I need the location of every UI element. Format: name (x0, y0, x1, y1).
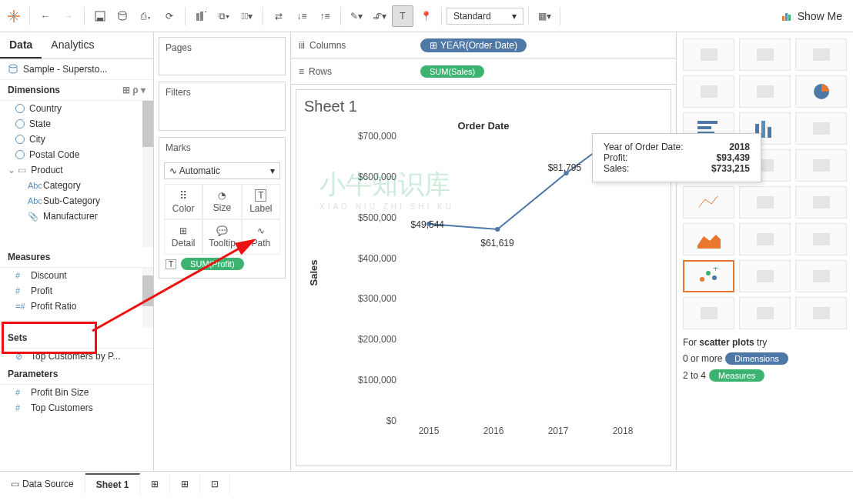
chart-type-pie[interactable] (795, 75, 847, 108)
new-datasource-button[interactable] (112, 5, 134, 27)
svg-rect-45 (757, 307, 774, 319)
chart-type-bullet[interactable] (739, 297, 791, 329)
new-worksheet-button[interactable]: + (190, 5, 212, 27)
svg-point-6 (119, 12, 126, 15)
scrollbar-thumb[interactable] (142, 101, 153, 147)
duplicate-button[interactable]: ⧉▾ (213, 5, 235, 27)
marks-color[interactable]: ⠿Color (164, 184, 202, 219)
fit-dropdown[interactable]: Standard▾ (447, 8, 524, 25)
svg-point-38 (700, 277, 704, 282)
chart-type-side-bar[interactable] (795, 112, 847, 145)
field-param-bin[interactable]: #Profit Bin Size (0, 385, 153, 400)
tab-data[interactable]: Data (0, 32, 42, 58)
marks-tooltip[interactable]: 💬Tooltip (202, 219, 241, 255)
chart-type-map2[interactable] (739, 75, 791, 108)
tab-sheet-1[interactable]: Sheet 1 (85, 473, 141, 495)
sets-header: Sets (8, 332, 27, 343)
tab-analytics[interactable]: Analytics (42, 32, 103, 58)
chart-type-area1[interactable] (683, 223, 734, 255)
tooltip-icon: 💬 (216, 225, 228, 236)
chart-type-box[interactable] (795, 260, 847, 292)
sheet-title[interactable]: Sheet 1 (304, 98, 663, 115)
sort-desc-button[interactable]: ↑≡ (314, 5, 336, 27)
chart-type-packed[interactable] (795, 297, 847, 329)
new-story-button[interactable]: ⊡ (200, 474, 230, 494)
columns-pill[interactable]: ⊞YEAR(Order Date) (420, 38, 527, 52)
chart-type-table[interactable] (683, 38, 734, 71)
field-manufacturer[interactable]: 📎Manufacturer (0, 209, 153, 224)
marks-size[interactable]: ◔Size (202, 184, 241, 219)
show-me-label: Show Me (798, 10, 842, 22)
chart-type-hbar2[interactable] (795, 149, 847, 182)
chart-type-heat[interactable] (739, 38, 791, 71)
sort-asc-button[interactable]: ↓≡ (291, 5, 313, 27)
field-profit[interactable]: #Profit (0, 283, 153, 299)
svg-rect-36 (757, 233, 774, 245)
autosave-button[interactable]: ⎙▾ (135, 5, 157, 27)
cards-pane: Pages Filters Marks ∿ Automatic▾ ⠿Color … (154, 32, 291, 471)
swap-button[interactable]: ⇄ (268, 5, 289, 27)
chart-type-histogram[interactable] (739, 260, 791, 292)
y-tick: $400,000 (335, 253, 396, 264)
path-icon: ∿ (257, 225, 265, 236)
highlight-button[interactable]: ✎▾ (346, 5, 367, 27)
scrollbar-thumb[interactable] (142, 275, 153, 306)
field-product[interactable]: ⌄ ▭Product (0, 162, 153, 178)
tab-data-source[interactable]: ▭ Data Source (0, 474, 85, 494)
number-icon: # (15, 286, 26, 295)
measures-list: #Discount #Profit =#Profit Ratio (0, 268, 153, 328)
columns-shelf[interactable]: ⊞YEAR(Order Date) (414, 38, 676, 52)
field-profit-ratio[interactable]: =#Profit Ratio (0, 299, 153, 314)
y-tick: $600,000 (335, 172, 396, 182)
field-param-top[interactable]: #Top Customers (0, 400, 153, 416)
field-top-customers-set[interactable]: ⊘Top Customers by P... (0, 349, 153, 364)
mark-type-dropdown[interactable]: ∿ Automatic▾ (164, 162, 280, 179)
abc-icon: Abc (28, 196, 38, 205)
save-button[interactable] (89, 5, 111, 27)
clear-button[interactable]: �⃠▾ (236, 5, 258, 27)
field-sub-category[interactable]: AbcSub-Category (0, 193, 153, 209)
pages-card[interactable]: Pages (159, 38, 285, 58)
show-me-button[interactable]: Show Me (774, 7, 850, 25)
cards-button[interactable]: ▦▾ (534, 5, 555, 27)
rows-pill[interactable]: SUM(Sales) (420, 65, 484, 78)
marks-card-title: Marks (159, 138, 285, 158)
rows-shelf[interactable]: SUM(Sales) (414, 65, 676, 78)
chart-type-line2[interactable] (739, 186, 791, 219)
new-dashboard-button[interactable]: ⊞ (170, 474, 200, 494)
field-category[interactable]: AbcCategory (0, 178, 153, 193)
refresh-button[interactable]: ⟳ (159, 5, 180, 27)
svg-rect-11 (785, 13, 788, 21)
field-state[interactable]: State (0, 116, 153, 132)
svg-rect-34 (757, 196, 774, 209)
chart-type-map1[interactable] (683, 75, 734, 108)
filters-card[interactable]: Filters (159, 82, 285, 102)
datasource-row[interactable]: Sample - Supersto... (0, 59, 153, 80)
field-city[interactable]: City (0, 132, 153, 147)
forward-button[interactable]: → (58, 5, 79, 27)
pin-button[interactable]: 📍 (415, 5, 437, 27)
marks-label-pill[interactable]: SUM(Profit) (181, 258, 243, 270)
field-discount[interactable]: #Discount (0, 268, 153, 283)
field-postal-code[interactable]: Postal Code (0, 147, 153, 162)
chart-type-scatter[interactable]: + (683, 260, 734, 292)
svg-rect-35 (813, 196, 830, 209)
field-country[interactable]: Country (0, 101, 153, 116)
marks-label[interactable]: TLabel (242, 184, 280, 219)
viz-canvas[interactable]: Sheet 1 Order Date Sales $0$100,000$200,… (296, 89, 671, 466)
back-button[interactable]: ← (35, 5, 56, 27)
data-label: $49,544 (411, 219, 444, 230)
labels-button[interactable]: T (392, 5, 413, 27)
chart-type-gantt[interactable] (683, 297, 734, 329)
chart-type-dual-line[interactable] (795, 186, 847, 219)
chart-type-area2[interactable] (739, 223, 791, 255)
chart-type-dual-combo[interactable] (795, 223, 847, 255)
chart-type-line1[interactable] (683, 186, 734, 219)
new-sheet-button[interactable]: ⊞ (140, 474, 170, 494)
marks-detail[interactable]: ⊞Detail (164, 219, 202, 255)
group-button[interactable]: 🖇▾ (369, 5, 390, 27)
chart-type-text-table[interactable] (795, 38, 847, 71)
svg-rect-10 (782, 16, 784, 21)
marks-path[interactable]: ∿Path (242, 219, 280, 255)
logo-icon[interactable] (3, 5, 25, 27)
